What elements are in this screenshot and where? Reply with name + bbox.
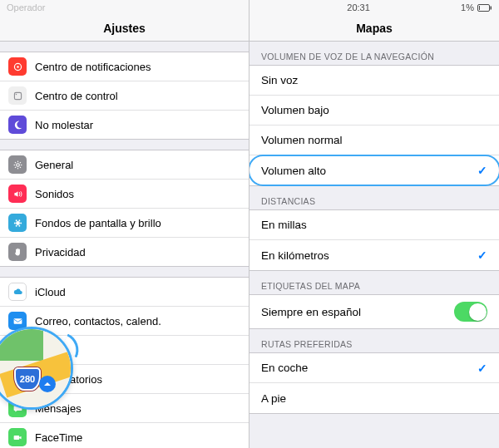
setting-option-row[interactable]: Volumen normal — [250, 126, 499, 155]
svg-point-13 — [16, 221, 20, 225]
sidebar-item-msgs[interactable]: Mensajes — [0, 394, 249, 423]
svg-point-14 — [20, 222, 22, 224]
setting-label: Volumen bajo — [261, 104, 487, 116]
section-header: RUTAS PREFERIDAS — [250, 339, 499, 352]
svg-rect-36 — [479, 6, 480, 10]
sidebar-item-privacy[interactable]: Privacidad — [0, 238, 249, 266]
mail-icon — [8, 312, 27, 330]
setting-label: Sin voz — [261, 74, 487, 86]
sidebar-item-control[interactable]: Centro de control — [0, 81, 249, 111]
setting-label: En kilómetros — [261, 249, 477, 262]
setting-toggle-row[interactable]: Siempre en español — [250, 295, 499, 328]
sidebar-item-label: Centro de control — [35, 90, 239, 102]
switch-toggle[interactable] — [454, 302, 487, 322]
svg-point-15 — [18, 224, 20, 226]
sidebar-item-ft[interactable]: FaceTime — [0, 423, 249, 448]
cloud-icon — [8, 283, 27, 301]
sidebar-item-general[interactable]: General — [0, 150, 249, 180]
sidebar-item-label: No molestar — [35, 119, 239, 131]
sidebar-item-label: FaceTime — [35, 431, 239, 444]
svg-line-12 — [19, 162, 20, 163]
section-header: ETIQUETAS DEL MAPA — [250, 281, 499, 294]
svg-line-8 — [15, 166, 16, 167]
svg-point-16 — [15, 224, 17, 226]
svg-point-27 — [15, 378, 17, 380]
svg-rect-20 — [13, 318, 22, 324]
moon-icon — [8, 116, 27, 134]
setting-option-row[interactable]: Sin voz — [250, 66, 499, 96]
setting-label: Volumen alto — [261, 165, 477, 177]
svg-rect-2 — [14, 92, 21, 99]
sidebar-item-label: Fondos de pantalla y brillo — [35, 217, 239, 229]
section-header: DISTANCIAS — [250, 196, 499, 209]
settings-sidebar-pane: Operador Ajustes Centro de notificacione… — [0, 0, 250, 448]
svg-line-6 — [19, 166, 20, 167]
checkmark-icon: ✓ — [477, 164, 487, 177]
setting-label: Volumen normal — [261, 134, 487, 146]
svg-point-18 — [15, 219, 17, 221]
setting-option-row[interactable]: En coche✓ — [250, 353, 499, 383]
setting-option-row[interactable]: Volumen alto✓ — [250, 155, 499, 185]
setting-option-row[interactable]: Volumen bajo — [250, 96, 499, 126]
svg-rect-35 — [491, 6, 492, 9]
battery-percent: 1% — [461, 2, 474, 12]
notification-center-icon — [8, 57, 27, 76]
speaker-icon — [8, 185, 27, 203]
camera-icon — [8, 428, 27, 446]
svg-point-19 — [18, 219, 20, 221]
checkmark-icon: ✓ — [477, 362, 487, 375]
wallpaper-icon — [8, 214, 27, 232]
gear-icon — [8, 155, 27, 174]
svg-rect-29 — [13, 436, 19, 440]
detail-pane: 20:31 1% Mapas VOLUMEN DE VOZ DE LA NAVE… — [250, 0, 499, 448]
notes-icon — [8, 341, 27, 359]
bubble-icon — [8, 399, 27, 417]
sidebar-item-label: General — [35, 159, 239, 171]
sidebar-item-label: Sonidos — [35, 188, 239, 200]
svg-point-1 — [17, 66, 18, 67]
status-bar-right: 20:31 1% — [250, 0, 499, 15]
sidebar-item-label: Correo, contactos, calend. — [35, 315, 239, 327]
svg-point-26 — [15, 377, 17, 378]
svg-rect-22 — [14, 346, 21, 347]
sidebar-item-label: iCloud — [35, 286, 239, 298]
sidebar-item-label: Notas — [35, 344, 239, 357]
sidebar-item-label: Centro de notificaciones — [35, 61, 239, 73]
status-time: 20:31 — [347, 2, 370, 12]
setting-label: Siempre en español — [261, 306, 454, 318]
setting-label: En millas — [261, 219, 487, 231]
sidebar-item-wall[interactable]: Fondos de pantalla y brillo — [0, 209, 249, 238]
setting-label: A pie — [261, 392, 487, 405]
sidebar-scroll[interactable]: Centro de notificacionesCentro de contro… — [0, 42, 249, 448]
setting-option-row[interactable]: En millas — [250, 210, 499, 240]
svg-line-10 — [15, 162, 16, 163]
status-bar: Operador — [0, 0, 249, 15]
sidebar-item-sounds[interactable]: Sonidos — [0, 180, 249, 209]
sidebar-item-notif[interactable]: Centro de notificaciones — [0, 52, 249, 81]
checkmark-icon: ✓ — [477, 249, 487, 262]
sidebar-item-label: Privacidad — [35, 246, 239, 258]
sidebar-item-icloud[interactable]: iCloud — [0, 278, 249, 307]
control-center-icon — [8, 86, 27, 105]
sidebar-item-dnd[interactable]: No molestar — [0, 111, 249, 139]
sidebar-title: Ajustes — [0, 15, 249, 42]
reminders-icon — [8, 370, 27, 388]
svg-point-17 — [13, 222, 15, 224]
sidebar-item-label: Mensajes — [35, 402, 239, 415]
setting-label: En coche — [261, 362, 477, 374]
hand-icon — [8, 243, 27, 261]
svg-point-3 — [15, 93, 17, 95]
carrier-label: Operador — [7, 2, 45, 12]
sidebar-item-remind[interactable]: Recordatorios — [0, 365, 249, 394]
sidebar-item-mail[interactable]: Correo, contactos, calend. — [0, 307, 249, 336]
detail-scroll[interactable]: VOLUMEN DE VOZ DE LA NAVEGACIÓNSin vozVo… — [250, 42, 499, 448]
svg-point-28 — [15, 381, 17, 382]
section-header: VOLUMEN DE VOZ DE LA NAVEGACIÓN — [250, 52, 499, 65]
detail-title: Mapas — [250, 15, 499, 42]
setting-option-row[interactable]: A pie — [250, 383, 499, 413]
battery-icon — [477, 4, 492, 12]
svg-point-4 — [16, 163, 19, 166]
sidebar-item-label: Recordatorios — [35, 373, 239, 386]
setting-option-row[interactable]: En kilómetros✓ — [250, 240, 499, 270]
sidebar-item-notes[interactable]: Notas — [0, 336, 249, 365]
